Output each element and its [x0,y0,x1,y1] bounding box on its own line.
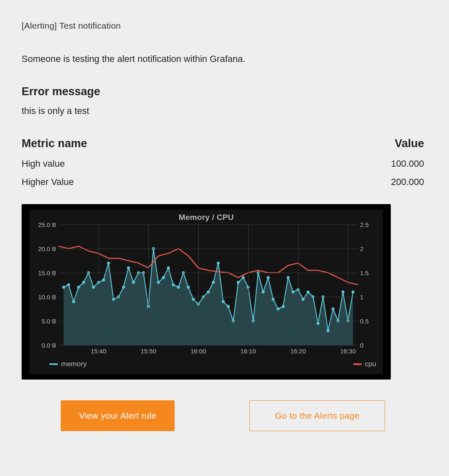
svg-point-4 [82,281,85,284]
svg-point-12 [122,286,125,289]
metric-value: 200.000 [391,177,424,187]
legend-item-memory: memory [49,360,86,368]
metrics-header-name: Metric name [22,137,87,150]
svg-point-46 [291,291,294,293]
chart-legend: memory cpu [35,357,378,370]
svg-point-33 [227,305,229,308]
svg-point-25 [187,286,190,289]
svg-point-41 [266,276,269,279]
svg-point-40 [262,291,264,293]
svg-point-29 [207,291,210,293]
svg-point-1 [67,283,70,286]
svg-point-48 [301,298,304,301]
svg-point-14 [132,281,135,284]
chart-panel: Memory / CPU 0.0 B05.0 B0.510.0 B115.0 B… [22,204,391,380]
svg-point-9 [107,261,110,264]
svg-point-30 [212,281,215,284]
svg-point-51 [316,322,319,325]
y-right-tick: 1 [360,293,377,301]
x-tick: 16:30 [340,348,356,355]
svg-point-8 [102,279,105,281]
svg-point-23 [177,286,180,289]
svg-point-22 [172,283,175,286]
error-heading: Error message [22,85,424,98]
chart-x-axis: 15:4015:5016:0016:1016:2016:30 [59,345,358,357]
svg-point-20 [162,276,165,279]
x-tick: 16:10 [240,348,256,355]
svg-point-3 [77,286,80,289]
metrics-header-value: Value [395,137,424,150]
metric-name: High value [22,158,65,169]
metrics-table: Metric name Value High value 100.000 Hig… [22,137,424,187]
svg-point-45 [286,276,289,279]
table-row: High value 100.000 [22,158,424,169]
alert-email: [Alerting] Test notification Someone is … [0,0,449,473]
svg-point-44 [281,305,284,308]
chart-svg [59,224,358,345]
y-right-tick: 0.5 [360,318,377,325]
y-left-tick: 5.0 B [35,318,56,325]
metric-value: 100.000 [391,158,424,169]
actions-row: View your Alert rule Go to the Alerts pa… [22,400,424,431]
legend-item-cpu: cpu [353,360,376,368]
svg-point-49 [306,291,309,293]
svg-point-6 [92,286,95,289]
metric-name: Higher Value [22,177,74,187]
y-right-tick: 0 [360,342,377,349]
table-row: Higher Value 200.000 [22,177,424,187]
y-left-tick: 10.0 B [35,293,56,301]
y-right-tick: 1.5 [360,269,377,276]
y-left-tick: 25.0 B [35,221,56,228]
svg-point-32 [222,300,224,303]
x-tick: 15:50 [141,348,156,355]
svg-point-10 [112,298,115,301]
svg-point-19 [157,281,160,284]
svg-point-35 [237,281,239,284]
svg-point-2 [72,300,75,303]
svg-point-56 [341,291,344,293]
svg-point-26 [192,298,195,301]
legend-label-memory: memory [61,360,86,368]
svg-point-53 [326,329,329,332]
email-subject: [Alerting] Test notification [22,21,424,31]
svg-point-58 [351,291,354,293]
y-right-tick: 2.5 [360,221,377,228]
view-alert-rule-button[interactable]: View your Alert rule [61,400,175,431]
svg-point-36 [242,276,244,279]
svg-point-54 [331,307,334,310]
x-tick: 16:00 [190,348,206,355]
svg-point-31 [217,261,220,264]
legend-swatch-cpu [353,363,362,365]
y-right-tick: 2 [360,245,377,252]
go-to-alerts-page-button[interactable]: Go to the Alerts page [249,400,385,431]
x-tick: 15:40 [91,348,106,355]
legend-label-cpu: cpu [365,360,376,368]
y-left-tick: 0.0 B [35,342,56,349]
svg-point-43 [276,307,279,310]
y-left-tick: 20.0 B [35,245,56,252]
y-left-tick: 15.0 B [35,269,56,276]
chart-plot-area: 0.0 B05.0 B0.510.0 B115.0 B1.520.0 B225.… [59,224,358,345]
chart-title: Memory / CPU [35,213,378,222]
x-tick: 16:20 [290,348,306,355]
error-text: this is only a test [22,106,424,116]
svg-point-0 [62,286,65,289]
svg-point-13 [127,266,130,269]
svg-point-42 [271,298,274,301]
svg-point-21 [167,266,170,269]
legend-swatch-memory [49,363,58,365]
intro-text: Someone is testing the alert notificatio… [22,54,424,64]
chart-inner: Memory / CPU 0.0 B05.0 B0.510.0 B115.0 B… [30,210,383,374]
metrics-header-row: Metric name Value [22,137,424,150]
